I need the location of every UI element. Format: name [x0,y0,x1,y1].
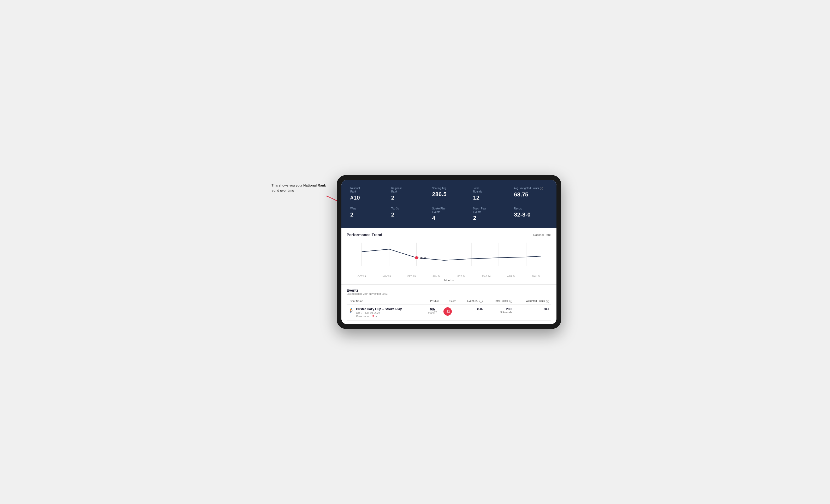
stats-row-2: Wins 2 Top 3s 2 Stroke PlayEvents 4 Ma [347,204,551,224]
chart-x-mar24: MAR 24 [474,275,499,277]
stat-national-rank: NationalRank #10 [347,184,388,204]
event-sg-cell: 0.45 [458,304,485,321]
info-icon[interactable]: i [540,187,543,190]
table-row: 🏌 Buster Cozy Cup – Stroke Play Oct 9 – … [347,304,551,321]
perf-title: Performance Trend [347,232,382,237]
events-table-header: Event Name Position Score Event SG i Tot… [347,298,551,304]
events-last-updated: Last updated: 24th November 2023 [347,293,551,295]
tablet-device: NationalRank #10 RegionalRank 2 Scoring … [337,175,561,329]
events-section: Events Last updated: 24th November 2023 … [341,284,556,324]
event-name: Buster Cozy Cup – Stroke Play [356,307,402,311]
tablet-screen: NationalRank #10 RegionalRank 2 Scoring … [341,180,556,324]
chart-data-label: #10 [420,256,426,260]
event-date: Oct 9 – Oct 10, 2023 [356,311,402,314]
chart-x-may24: MAY 24 [524,275,549,277]
stat-record: Record 32-8-0 [510,204,551,224]
chart-x-nov23: NOV 23 [374,275,400,277]
col-total-points: Total Points i [485,298,514,304]
performance-trend-section: Performance Trend National Rank [341,228,556,284]
stat-wins: Wins 2 [347,204,388,224]
col-weighted-points: Weighted Points i [514,298,551,304]
col-position: Position [423,298,441,304]
stats-header: NationalRank #10 RegionalRank 2 Scoring … [341,180,556,228]
stat-stroke-play-events: Stroke PlayEvents 4 [428,204,470,224]
total-points-info-icon[interactable]: i [509,300,512,303]
chart-x-oct23: OCT 23 [349,275,374,277]
event-position-cell: 6th out of 7 [423,304,441,321]
chart-x-jan24: JAN 24 [424,275,449,277]
stat-avg-weighted-points: Avg. Weighted Points i 68.75 [510,184,551,204]
annotation-text: This shows you your National Rank trend … [272,183,326,193]
event-score-cell: -22 [441,304,458,321]
events-table: Event Name Position Score Event SG i Tot… [347,298,551,321]
stat-match-play-events: Match PlayEvents 2 [469,204,510,224]
event-type-icon: 🏌 [349,308,354,313]
event-sg-info-icon[interactable]: i [479,300,483,303]
chart-x-dec23: DEC 23 [399,275,424,277]
chart-x-feb24: FEB 24 [449,275,474,277]
total-points-cell: 28.3 3 Rounds [485,304,514,321]
perf-label: National Rank [533,233,551,236]
weighted-points-cell: 28.3 [514,304,551,321]
performance-chart: #10 [347,240,551,274]
event-rank-impact: Rank Impact: 3 ▼ [356,315,402,318]
chart-x-title: Months [347,279,551,282]
chart-svg: #10 [349,240,549,274]
weighted-points-info-icon[interactable]: i [546,300,549,303]
event-name-cell: 🏌 Buster Cozy Cup – Stroke Play Oct 9 – … [347,304,423,321]
stat-top3s: Top 3s 2 [388,204,428,224]
chart-x-axis: OCT 23 NOV 23 DEC 23 JAN 24 FEB 24 MAR 2… [347,274,551,277]
score-badge: -22 [443,307,452,316]
col-event-sg: Event SG i [458,298,485,304]
col-event-name: Event Name [347,298,423,304]
chart-x-apr24: APR 24 [499,275,524,277]
stat-total-rounds: TotalRounds 12 [469,184,510,204]
col-score: Score [441,298,458,304]
events-title: Events [347,288,551,293]
stat-scoring-avg: Scoring Avg. 286.5 [428,184,470,204]
stats-row-1: NationalRank #10 RegionalRank 2 Scoring … [347,184,551,204]
chart-data-point [415,256,418,259]
stat-regional-rank: RegionalRank 2 [388,184,428,204]
